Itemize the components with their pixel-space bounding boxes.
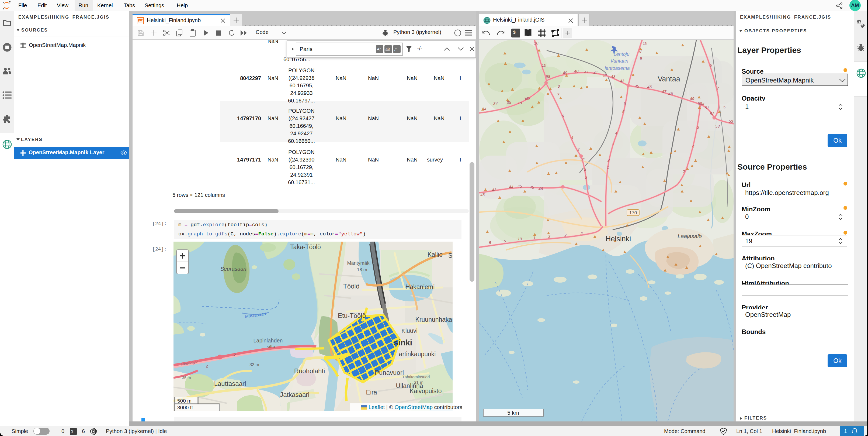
svg-text:3: 3 (612, 142, 615, 146)
svg-text:32 m: 32 m (249, 362, 259, 367)
svg-text:41: 41 (593, 70, 598, 75)
svg-text:51: 51 (705, 106, 709, 110)
svg-text:a: a (380, 47, 381, 50)
svg-text:50a: 50a (698, 101, 704, 106)
svg-text:Tähtitominsuori: Tähtitominsuori (402, 375, 430, 379)
svg-text:45: 45 (635, 84, 639, 88)
svg-text:44: 44 (509, 184, 514, 189)
svg-text:1: 1 (607, 165, 609, 169)
svg-text:48: 48 (669, 91, 673, 96)
svg-text:ab: ab (385, 47, 390, 51)
svg-text:silta: silta (267, 344, 276, 349)
svg-text:10: 10 (518, 237, 522, 241)
svg-text:Vantaa: Vantaa (658, 75, 681, 83)
svg-text:2: 2 (234, 352, 236, 357)
svg-text:5: 5 (504, 239, 506, 243)
svg-text:sinki: sinki (394, 338, 412, 347)
svg-text:Lauttasaari: Lauttasaari (214, 380, 246, 387)
svg-text:5: 5 (622, 109, 625, 114)
svg-text:3000 ft: 3000 ft (177, 405, 193, 410)
svg-text:45: 45 (530, 185, 534, 190)
svg-text:46: 46 (538, 186, 543, 191)
svg-text:1: 1 (533, 236, 535, 240)
svg-text:Etu-Töölö: Etu-Töölö (338, 312, 366, 319)
svg-text:3: 3 (577, 147, 580, 151)
svg-text:7: 7 (683, 169, 685, 174)
svg-text:10: 10 (643, 41, 647, 45)
svg-text:34: 34 (493, 101, 498, 106)
svg-text:45: 45 (518, 184, 522, 188)
svg-text:7: 7 (717, 86, 719, 90)
svg-text:Eira: Eira (366, 389, 377, 396)
svg-text:7: 7 (557, 92, 560, 97)
svg-text:41: 41 (584, 69, 589, 74)
svg-text:8: 8 (558, 84, 560, 88)
svg-text:5: 5 (723, 105, 726, 109)
svg-text:Töölö: Töölö (343, 283, 360, 290)
svg-text:A: A (377, 47, 380, 51)
svg-text:.*: .* (394, 47, 397, 51)
svg-text:2: 2 (584, 167, 587, 172)
svg-text:98: 98 (546, 74, 550, 79)
svg-text:Mäntymäki: Mäntymäki (347, 260, 370, 266)
svg-text:43: 43 (620, 79, 624, 83)
svg-text:Lentoju: Lentoju (613, 52, 629, 57)
svg-text:46: 46 (647, 84, 652, 89)
svg-text:3: 3 (548, 234, 550, 239)
svg-text:Helsinki: Helsinki (606, 235, 631, 243)
svg-text:2: 2 (206, 364, 208, 368)
svg-text:10: 10 (534, 41, 538, 45)
svg-text:Jatkasaari: Jatkasaari (280, 391, 309, 398)
svg-text:Sörr: Sörr (448, 252, 453, 259)
svg-text:3: 3 (697, 125, 700, 129)
svg-text:36: 36 (524, 96, 528, 101)
svg-text:2: 2 (564, 233, 566, 237)
svg-text:2: 2 (585, 175, 588, 180)
svg-text:43: 43 (480, 192, 485, 197)
svg-text:Hakaniemi: Hakaniemi (405, 283, 435, 290)
svg-text:52: 52 (710, 111, 714, 116)
svg-text:18: 18 (518, 100, 522, 105)
svg-text:5: 5 (624, 101, 626, 106)
svg-text:43: 43 (492, 187, 496, 192)
svg-text:Seurasaari: Seurasaari (220, 266, 247, 272)
svg-text:10: 10 (542, 63, 546, 67)
svg-text:18 m: 18 m (357, 267, 367, 272)
svg-text:31 m: 31 m (414, 380, 424, 385)
svg-text:Punavuori: Punavuori (375, 369, 404, 376)
svg-text:lentoasema: lentoasema (604, 65, 629, 71)
svg-text:Taka-Töölö: Taka-Töölö (290, 243, 321, 251)
svg-text:49: 49 (690, 96, 694, 101)
svg-text:170: 170 (629, 210, 637, 215)
svg-text:5: 5 (489, 240, 491, 245)
svg-text:2: 2 (580, 231, 583, 236)
svg-text:Lapinlahden: Lapinlahden (253, 338, 283, 344)
svg-text:Ruoholahti: Ruoholahti (294, 367, 325, 375)
svg-text:Vantaan: Vantaan (611, 58, 628, 64)
svg-text:artinkaupunki: artinkaupunki (399, 351, 436, 357)
svg-text:53: 53 (715, 124, 720, 128)
svg-text:35 m: 35 m (182, 375, 191, 380)
svg-text:6: 6 (710, 63, 712, 67)
svg-text:34: 34 (580, 157, 585, 161)
svg-text:500 m: 500 m (177, 398, 191, 404)
svg-text:42: 42 (602, 73, 607, 78)
svg-text:5 km: 5 km (507, 410, 519, 416)
svg-text:47: 47 (662, 89, 666, 94)
svg-text:Kruununhaka: Kruununhaka (415, 316, 452, 323)
svg-text:Kaivopuisto: Kaivopuisto (410, 387, 442, 395)
svg-text:4: 4 (615, 131, 617, 135)
svg-text:40: 40 (574, 69, 579, 73)
svg-text:Kluuvi: Kluuvi (401, 327, 417, 334)
svg-text:2: 2 (607, 158, 610, 162)
svg-text:4: 4 (571, 135, 573, 140)
svg-text:43: 43 (611, 74, 616, 79)
svg-text:6: 6 (562, 114, 564, 118)
svg-text:Laajasalo: Laajasalo (678, 233, 702, 239)
svg-text:Kallio: Kallio (428, 251, 443, 258)
svg-text:53: 53 (729, 119, 733, 123)
svg-text:9: 9 (640, 56, 642, 61)
svg-text:4: 4 (692, 144, 694, 148)
